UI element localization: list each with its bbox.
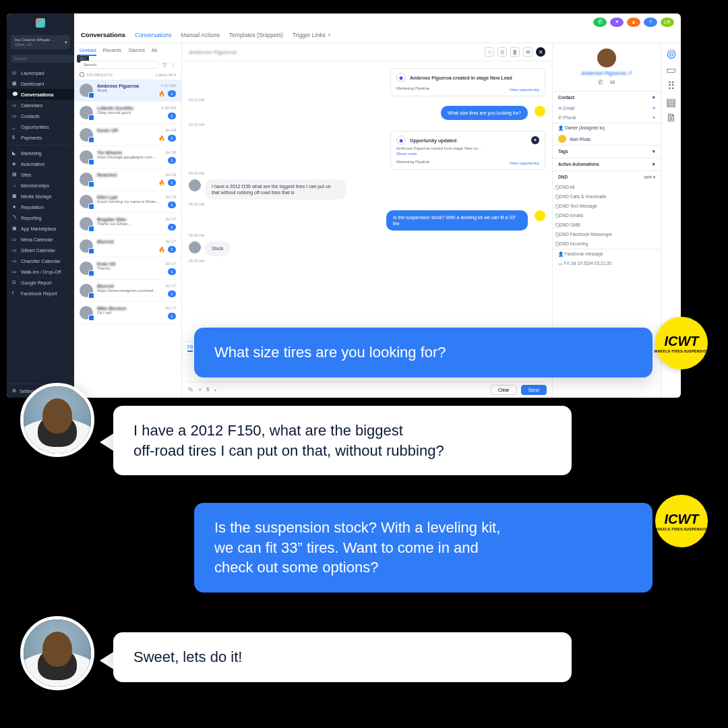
chevron-down-icon[interactable]: ▾ xyxy=(653,162,655,167)
nav-media[interactable]: ▦Media Storage xyxy=(7,191,74,202)
tab-manual-actions[interactable]: Manual Actions xyxy=(181,32,220,38)
nav-reporting[interactable]: 〽Reporting xyxy=(7,212,74,223)
nav-opportunities[interactable]: ⎯Opportunities xyxy=(7,121,74,132)
composer-tab-fb[interactable]: FB xyxy=(187,344,193,352)
nav-google-report[interactable]: GGoogle Report xyxy=(7,277,74,288)
filter-recents[interactable]: Recents xyxy=(103,47,122,56)
show-more-link[interactable]: Show more xyxy=(396,152,539,156)
unread-badge: 1 xyxy=(168,313,176,320)
nav-gilbert-cal[interactable]: ▭Gilbert Calendar xyxy=(7,245,74,255)
more-icon[interactable]: ⋮ xyxy=(171,62,176,68)
rail-doc-icon[interactable]: 🗎 xyxy=(667,113,676,123)
nav-sites[interactable]: ▤Sites xyxy=(7,169,74,180)
add-email-button[interactable]: + xyxy=(653,106,655,111)
dnd-row[interactable]: ⃠ DND Incoming xyxy=(553,239,661,249)
conversation-item[interactable]: Reached Jul 18 1🔥 xyxy=(74,169,181,191)
location-picker[interactable]: Ice Creams Wheels … Gilbert , AZ ▾ xyxy=(11,35,70,49)
source-badge-icon xyxy=(88,181,94,187)
nav-launchpad[interactable]: ◎Launchpad xyxy=(7,67,74,78)
view-opportunity-link[interactable]: View opportunity xyxy=(510,88,539,92)
chevron-down-icon[interactable]: ▾ xyxy=(653,149,655,154)
close-thread-button[interactable]: ✕ xyxy=(536,47,545,57)
add-phone-button[interactable]: + xyxy=(653,115,655,121)
overlay-bubble-2: I have a 2012 F150, what are the biggest… xyxy=(113,406,572,475)
conversation-item[interactable]: Eliel LyalGood morning my name is Efrain… xyxy=(74,191,181,213)
bell-icon[interactable]: ▲ xyxy=(627,18,640,27)
emoji-icon[interactable]: ☺ xyxy=(198,387,202,394)
filter-starred[interactable]: Starred xyxy=(128,47,145,56)
nav-conversations[interactable]: 💬Conversations xyxy=(7,89,74,100)
nav-calendars[interactable]: ▭Calendars xyxy=(7,100,74,111)
payment-icon[interactable]: $ xyxy=(206,387,209,394)
conv-time: Jul 17 xyxy=(165,217,176,221)
dnd-row[interactable]: ⃠ DND GMB xyxy=(553,220,661,230)
tab-conversations[interactable]: Conversations xyxy=(135,32,171,38)
filter-icon[interactable]: ▽ xyxy=(162,62,166,68)
rail-calendar-icon[interactable]: ▭ xyxy=(667,65,676,74)
nav-mesa-cal[interactable]: ▭Mesa Calendar xyxy=(7,234,74,245)
select-all-checkbox[interactable] xyxy=(80,72,84,77)
nav-marketplace[interactable]: ▣App Marketplace xyxy=(7,223,74,234)
convlist-search-input[interactable] xyxy=(80,61,158,69)
source-badge-icon xyxy=(88,293,94,299)
filter-all[interactable]: All xyxy=(152,47,157,56)
conversation-item[interactable]: Lilibeth GordilloOkay sounds good 2:18 A… xyxy=(74,102,181,124)
source-badge-icon xyxy=(88,248,94,254)
nav-dashboard[interactable]: ▦Dashboard xyxy=(7,78,74,89)
mark-read-button[interactable]: ✉ xyxy=(523,47,533,57)
nav-marketing[interactable]: ◣Marketing xyxy=(7,148,74,158)
unread-badge: 1 xyxy=(168,90,176,97)
nav-automation[interactable]: ◈Automation xyxy=(7,158,74,169)
dnd-row[interactable]: ⃠ DND Emails xyxy=(553,211,661,220)
rail-grid-icon[interactable]: ⠿ xyxy=(667,81,676,90)
dnd-row[interactable]: ⃠ DND Text Message xyxy=(553,202,661,211)
archive-button[interactable]: ⎙ xyxy=(497,47,507,57)
email-icon[interactable]: ✉ xyxy=(610,79,615,86)
conv-preview: Thanks xyxy=(97,266,176,270)
clear-button[interactable]: Clear xyxy=(491,385,517,395)
chevron-down-icon[interactable]: ▾ xyxy=(653,95,655,100)
conversation-item[interactable]: Evan bltThanks Jul 17 1 xyxy=(74,257,181,280)
call-icon[interactable]: ✆ xyxy=(598,79,603,86)
attach-icon[interactable]: 📎 xyxy=(187,387,193,394)
conversation-item[interactable]: Kevin Uff Jul 18 2🔥 xyxy=(74,124,181,146)
conversation-item[interactable]: Mike BensonOk I will Jul 17 1 xyxy=(74,302,181,324)
conversation-item[interactable]: Tio Wheelshttps://storage.googleapis.com… xyxy=(74,146,181,169)
tab-templates[interactable]: Templates (Snippets) xyxy=(229,32,283,38)
section-title: Conversations xyxy=(81,31,125,38)
rail-note-icon[interactable]: ▤ xyxy=(667,97,676,107)
sites-icon: ▤ xyxy=(12,172,18,177)
conversation-item[interactable]: Blurred Jul 17 2🔥 xyxy=(74,235,181,257)
sidebar-search-input[interactable] xyxy=(11,55,74,63)
contact-name[interactable]: Ambrose Figueroa ↗ xyxy=(581,70,632,76)
conversation-item[interactable]: Bogdan StanThank you Efrain… Jul 17 1 xyxy=(74,213,181,235)
conversation-item[interactable]: Blurredhttps://www.instagram.com/reel… J… xyxy=(74,280,181,302)
sort-dropdown[interactable]: Latest-All ▾ xyxy=(156,72,176,77)
nav-memberships[interactable]: ⛬Memberships xyxy=(7,180,74,191)
view-opportunity-link[interactable]: View opportunity xyxy=(510,161,539,165)
dnd-row[interactable]: ⃠ DND All xyxy=(553,183,661,192)
nav-reputation[interactable]: ★Reputation xyxy=(7,202,74,212)
conversation-item[interactable]: Ambrose FigueroaStuck 5:07 AM 1🔥 xyxy=(74,80,181,102)
apps-icon: ▣ xyxy=(12,226,18,231)
user-avatar[interactable]: LR xyxy=(661,18,674,27)
sparkle-icon[interactable]: ✦ xyxy=(610,18,624,27)
timestamp: 04:37 AM xyxy=(189,123,545,127)
nav-walkins[interactable]: ▭Walk-Ins / Drop-Off xyxy=(7,266,74,277)
send-button[interactable]: Send xyxy=(521,385,547,395)
dnd-row[interactable]: ⃠ DND Facebook Messenger xyxy=(553,230,661,239)
help-icon[interactable]: ? xyxy=(644,18,657,27)
star-button[interactable]: ☆ xyxy=(485,47,494,57)
delete-button[interactable]: 🗑 xyxy=(510,47,520,57)
phone-icon[interactable]: ✆ xyxy=(593,18,607,27)
tab-trigger-links[interactable]: Trigger Links xyxy=(293,32,326,38)
nav-chandler-cal[interactable]: ▭Chandler Calendar xyxy=(7,255,74,266)
nav-payments[interactable]: $Payments xyxy=(7,132,74,143)
nav-fb-report[interactable]: fFacebook Report xyxy=(7,288,74,299)
rail-contact-icon[interactable]: ◎ xyxy=(667,49,676,58)
add-icon[interactable]: ＋ xyxy=(213,387,218,394)
message-incoming: Stuck xyxy=(189,241,545,255)
nav-contacts[interactable]: ▭Contacts xyxy=(7,111,74,121)
dnd-row[interactable]: ⃠ DND Calls & Voicemails xyxy=(553,192,661,202)
filter-unread[interactable]: Unread xyxy=(80,47,96,56)
